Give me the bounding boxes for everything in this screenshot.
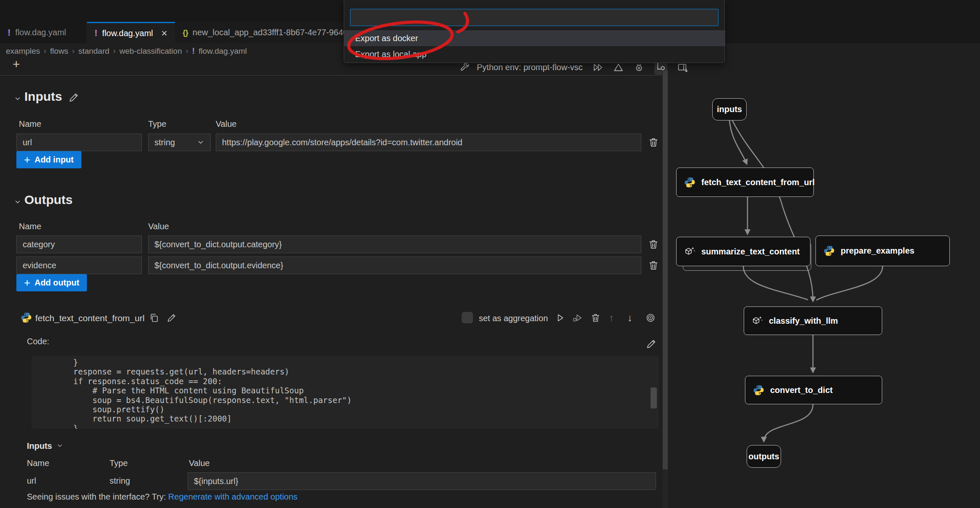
tab-label: flow.dag.yaml [15,28,66,37]
code-line: if response.status_code == 200: [31,377,659,386]
output-value-field[interactable] [148,236,641,253]
aggregation-checkbox[interactable] [462,312,473,323]
column-header: Value [216,119,237,129]
triangle-icon[interactable] [613,62,624,73]
add-node-button[interactable]: + [13,58,20,71]
column-header: Value [189,458,210,468]
add-output-button[interactable]: + Add output [16,274,87,291]
regenerate-link[interactable]: Regenerate with advanced options [168,492,298,501]
quick-pick-item-export-docker[interactable]: Export as docker [344,30,725,46]
breadcrumb-item[interactable]: web-classification [120,47,182,56]
input-value-field[interactable] [216,134,641,151]
graph-node-convert-to-dict[interactable]: convert_to_dict [745,376,882,404]
move-up-icon[interactable]: ↑ [609,313,614,323]
llm-icon [752,315,763,327]
output-name-field[interactable] [16,236,142,253]
code-line: soup.prettify() [31,405,659,414]
graph-node-inputs[interactable]: inputs [712,98,747,120]
trash-icon[interactable] [648,137,659,149]
chevron-right-icon: › [113,47,116,55]
code-label: Code: [27,337,49,346]
pencil-icon[interactable] [646,338,657,351]
code-viewer[interactable]: } response = requests.get(url, headers=h… [31,356,659,429]
column-header: Name [19,222,41,231]
tab-flow-dag-yaml-active[interactable]: ! flow.dag.yaml ✕ [87,22,175,43]
close-icon[interactable]: ✕ [161,29,168,38]
warning-icon: ! [8,27,10,38]
graph-node-classify-with-llm[interactable]: classify_with_llm [744,306,882,335]
column-header: Type [110,458,128,468]
trash-icon[interactable] [648,260,659,272]
quick-pick-input[interactable] [350,9,719,26]
flow-graph[interactable]: inputs fetch_text_content_from_url summa… [669,71,980,508]
vscode-promptflow-window: ! flow.dag.yaml ! flow.dag.yaml ✕ {} new… [0,0,980,508]
column-header: Type [148,119,166,129]
copy-icon[interactable] [149,313,159,325]
python-icon [21,312,32,325]
bug-disabled-icon[interactable] [634,62,644,73]
code-line: } [31,424,659,429]
graph-node-prepare-examples[interactable]: prepare_examples [815,236,950,266]
graph-node-fetch-text-content-from-url[interactable]: fetch_text_content_from_url [676,168,814,197]
node-label: fetch_text_content_from_url [701,178,815,187]
pencil-icon[interactable] [167,313,177,325]
python-icon [684,177,695,188]
tab-flow-dag-yaml-1[interactable]: ! flow.dag.yaml [0,22,87,43]
outputs-section-title: Outputs [24,193,73,207]
quick-pick-item-export-local-app[interactable]: Export as local app [344,47,725,61]
graph-node-outputs[interactable]: outputs [747,445,781,468]
move-down-icon[interactable]: ↓ [627,313,632,323]
run-node-icon[interactable] [555,313,565,325]
code-line: # Parse the HTML content using Beautiful… [31,386,659,395]
inputs-section-title: Inputs [24,89,62,104]
code-line: } [31,358,659,367]
plus-icon: + [24,276,30,289]
code-scrollbar-thumb[interactable] [651,388,657,408]
locate-node-icon[interactable] [645,313,656,325]
chevron-down-icon[interactable] [56,442,63,451]
breadcrumb-file[interactable]: flow.dag.yaml [199,47,247,56]
main-scrollbar[interactable] [662,71,668,508]
breadcrumb-item[interactable]: flows [50,47,68,56]
tab-label: new_local_app_ad33fff1-8b67-4e77-9640 [193,28,348,37]
node-input-value-field[interactable] [188,472,656,490]
node-label: outputs [748,452,779,461]
node-input-type: string [110,476,130,486]
breadcrumb-item[interactable]: standard [78,47,110,56]
code-line: response = requests.get(url, headers=hea… [31,367,659,376]
graph-node-summarize-text-content[interactable]: summarize_text_content [676,237,810,266]
graph-edges [669,71,980,508]
chevron-right-icon: › [186,47,188,55]
aggregation-label: set as aggregation [479,314,548,323]
pencil-icon[interactable] [68,92,79,105]
python-icon [823,245,835,257]
node-title: fetch_text_content_from_url [35,313,144,323]
debug-run-icon[interactable] [572,313,583,325]
node-inputs-title: Inputs [27,441,52,451]
breadcrumb-item[interactable]: examples [6,47,40,56]
chevron-right-icon: › [44,47,46,55]
trash-icon[interactable] [648,239,659,251]
python-icon [753,385,764,396]
quick-pick-dropdown: Export as docker Export as local app [344,0,725,63]
code-line: soup = bs4.BeautifulSoup(response.text, … [31,395,659,405]
column-header: Name [19,119,41,129]
collapse-chevron-icon[interactable] [14,198,21,207]
run-all-icon[interactable] [593,62,603,73]
output-name-field[interactable] [16,257,142,274]
node-label: inputs [717,105,742,114]
input-type-select[interactable]: string [148,134,211,151]
code-line: return soup.get_text()[:2000] [31,414,659,423]
trash-icon[interactable] [591,313,601,325]
json-icon: {} [183,28,188,37]
collapse-chevron-icon[interactable] [14,95,21,104]
scrollbar-thumb[interactable] [663,71,668,469]
tab-label: flow.dag.yaml [102,29,153,38]
footer-text: Seeing issues with the interface? Try: [27,492,166,501]
output-value-field[interactable] [148,257,641,274]
input-name-field[interactable] [16,134,142,151]
plus-icon: + [24,153,30,166]
python-env-label[interactable]: Python env: prompt-flow-vsc [477,63,583,72]
add-input-button[interactable]: + Add input [16,151,81,168]
breadcrumb: examples › flows › standard › web-classi… [6,43,247,59]
